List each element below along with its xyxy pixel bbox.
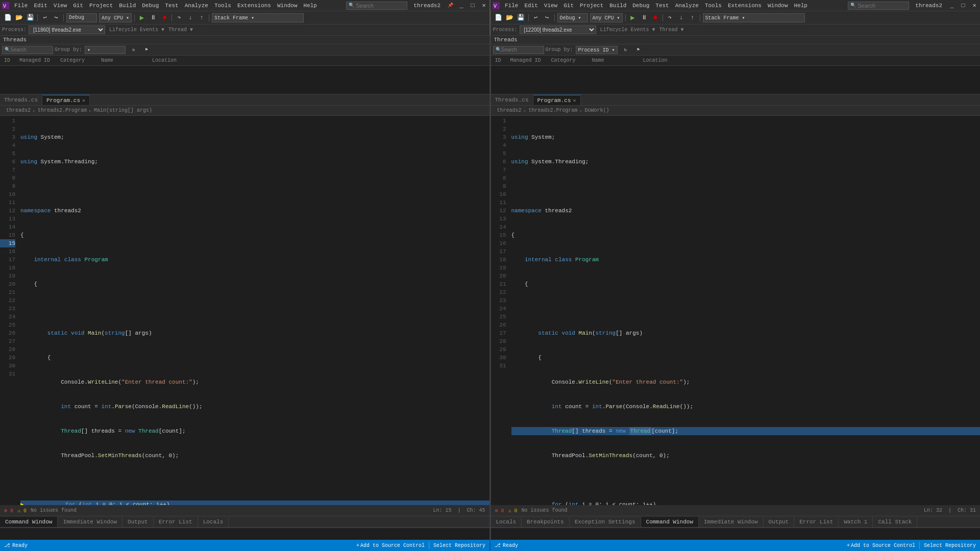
close-btn-left[interactable]: ✕ <box>479 1 489 11</box>
search-box-right[interactable]: 🔍 <box>848 2 909 10</box>
btab-exception-right[interactable]: Exception Settings <box>570 517 641 527</box>
btab-output-left[interactable]: Output <box>122 517 154 527</box>
menu-debug-left[interactable]: Debug <box>139 0 162 11</box>
btab-callstack-right[interactable]: Call Stack <box>873 517 917 527</box>
menu-extensions-right[interactable]: Extensions <box>725 0 765 11</box>
new-file-btn-left[interactable]: 📄 <box>3 13 13 23</box>
btab-command-left[interactable]: Command Window <box>0 517 58 527</box>
redo-btn-right[interactable]: ↪ <box>542 13 552 23</box>
step-in-left[interactable]: ↓ <box>185 13 195 23</box>
menu-project-left[interactable]: Project <box>86 0 116 11</box>
tab-close-program-right[interactable]: ✕ <box>573 97 576 104</box>
any-cpu-left[interactable]: Any CPU ▾ <box>99 13 132 22</box>
menu-extensions-left[interactable]: Extensions <box>234 0 274 11</box>
code-editor-right[interactable]: using System; using System.Threading; na… <box>509 116 981 505</box>
btab-errorlist-right[interactable]: Error List <box>794 517 839 527</box>
select-repo-right[interactable]: Select Repository <box>920 540 980 551</box>
search-input-left[interactable] <box>356 3 407 9</box>
threads-refresh-right[interactable]: ↻ <box>621 45 631 55</box>
redo-btn-left[interactable]: ↪ <box>51 13 61 23</box>
menu-git-right[interactable]: Git <box>560 0 577 11</box>
breadcrumb-project-left[interactable]: threads2 <box>4 108 33 113</box>
threads-search-input-right[interactable] <box>501 47 537 53</box>
menu-view-left[interactable]: View <box>51 0 70 11</box>
save-btn-right[interactable]: 💾 <box>516 13 526 23</box>
menu-tools-right[interactable]: Tools <box>702 0 725 11</box>
menu-git-left[interactable]: Git <box>70 0 86 11</box>
btab-command-right[interactable]: Command Window <box>641 517 699 527</box>
stack-frame-right[interactable]: Stack Frame ▾ <box>703 13 805 22</box>
menu-view-right[interactable]: View <box>541 0 560 11</box>
btab-output-right[interactable]: Output <box>764 517 795 527</box>
close-btn-right[interactable]: ✕ <box>969 1 979 11</box>
btab-breakpoints-right[interactable]: Breakpoints <box>522 517 570 527</box>
step-out-left[interactable]: ↑ <box>197 13 207 23</box>
threads-search-left[interactable]: 🔍 <box>2 46 53 54</box>
btab-errorlist-left[interactable]: Error List <box>154 517 198 527</box>
step-in-right[interactable]: ↓ <box>676 13 687 23</box>
menu-debug-right[interactable]: Debug <box>629 0 652 11</box>
tab-program-right[interactable]: Program.cs ✕ <box>533 95 581 105</box>
play-btn-right[interactable]: ▶ <box>628 13 638 23</box>
pause-btn-right[interactable]: ⏸ <box>639 13 649 23</box>
menu-build-right[interactable]: Build <box>606 0 629 11</box>
btab-watch1-right[interactable]: Watch 1 <box>839 517 873 527</box>
threads-refresh-left[interactable]: ↻ <box>129 45 139 55</box>
threads-search-right[interactable]: 🔍 <box>493 46 544 54</box>
menu-project-right[interactable]: Project <box>577 0 606 11</box>
menu-test-left[interactable]: Test <box>162 0 181 11</box>
breadcrumb-class-left[interactable]: threads2.Program <box>36 108 89 113</box>
threads-flag-left[interactable]: ⚑ <box>141 45 152 55</box>
new-file-btn-right[interactable]: 📄 <box>494 13 504 23</box>
any-cpu-right[interactable]: Any CPU ▾ <box>590 13 623 22</box>
tab-threads-right[interactable]: Threads.cs <box>491 95 533 105</box>
btab-locals-right[interactable]: Locals <box>491 517 522 527</box>
maximize-btn-left[interactable]: □ <box>468 1 478 11</box>
step-over-left[interactable]: ↷ <box>174 13 184 23</box>
select-repo-left[interactable]: Select Repository <box>429 540 489 551</box>
tab-threads-left[interactable]: Threads.cs <box>0 95 42 105</box>
add-to-source-left[interactable]: + Add to Source Control <box>352 540 429 551</box>
play-btn-left[interactable]: ▶ <box>137 13 147 23</box>
btab-locals-left[interactable]: Locals <box>198 517 229 527</box>
breadcrumb-method-left[interactable]: Main(string[] args) <box>92 108 154 113</box>
btab-immediate-right[interactable]: Immediate Window <box>699 517 764 527</box>
threads-search-input-left[interactable] <box>10 47 46 53</box>
step-over-right[interactable]: ↷ <box>665 13 675 23</box>
menu-edit-left[interactable]: Edit <box>31 0 50 11</box>
debug-mode-right[interactable]: Debug ▾ <box>557 13 588 22</box>
minimize-btn-right[interactable]: _ <box>947 1 957 11</box>
menu-window-right[interactable]: Window <box>765 0 791 11</box>
group-by-dropdown-right[interactable]: Process ID ▾ <box>576 46 618 54</box>
stop-btn-right[interactable]: ■ <box>650 13 660 23</box>
stack-frame-left[interactable]: Stack Frame ▾ <box>212 13 304 22</box>
process-dropdown-right[interactable]: [12200] threads2.exe <box>520 26 596 34</box>
group-by-dropdown-left[interactable]: ▾ <box>85 46 126 54</box>
btab-immediate-left[interactable]: Immediate Window <box>58 517 122 527</box>
breadcrumb-class-right[interactable]: threads2.Program <box>527 108 580 113</box>
tab-program-left[interactable]: Program.cs ✕ <box>42 95 90 105</box>
menu-analyze-left[interactable]: Analyze <box>182 0 211 11</box>
undo-btn-left[interactable]: ↩ <box>40 13 50 23</box>
tab-close-program-left[interactable]: ✕ <box>82 97 85 104</box>
step-out-right[interactable]: ↑ <box>688 13 698 23</box>
stop-btn-left[interactable]: ■ <box>159 13 169 23</box>
menu-tools-left[interactable]: Tools <box>211 0 234 11</box>
minimize-btn-left[interactable]: _ <box>456 1 467 11</box>
pause-btn-left[interactable]: ⏸ <box>148 13 158 23</box>
pin-btn-left[interactable]: 📌 <box>445 1 455 11</box>
menu-build-left[interactable]: Build <box>116 0 139 11</box>
menu-file-left[interactable]: File <box>11 0 31 11</box>
menu-analyze-right[interactable]: Analyze <box>672 0 702 11</box>
debug-mode-left[interactable]: Debug <box>66 13 97 22</box>
process-dropdown-left[interactable]: [11860] threads2.exe <box>29 26 105 34</box>
menu-file-right[interactable]: File <box>502 0 521 11</box>
search-box-left[interactable]: 🔍 <box>346 2 407 10</box>
code-editor-left[interactable]: using System; using System.Threading; na… <box>18 116 489 505</box>
maximize-btn-right[interactable]: □ <box>958 1 968 11</box>
open-btn-left[interactable]: 📂 <box>14 13 24 23</box>
add-to-source-right[interactable]: + Add to Source Control <box>843 540 919 551</box>
menu-window-left[interactable]: Window <box>274 0 301 11</box>
breadcrumb-method-right[interactable]: DoWork() <box>583 108 611 113</box>
breadcrumb-project-right[interactable]: threads2 <box>495 108 524 113</box>
